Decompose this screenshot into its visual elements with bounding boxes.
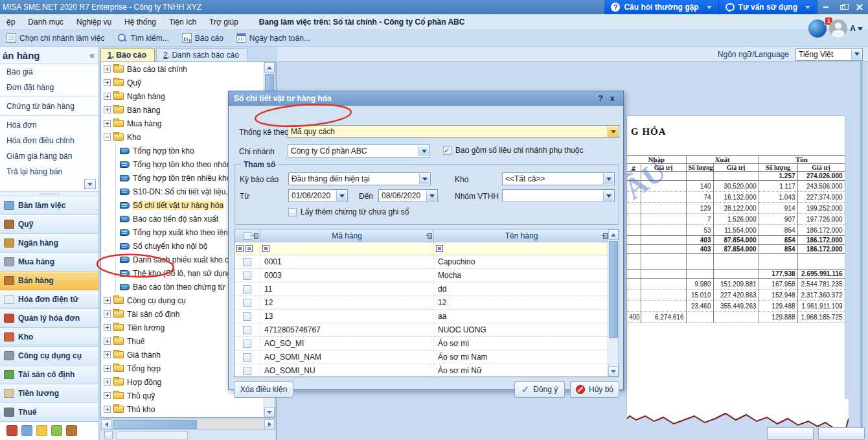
sidebar-splitter[interactable] bbox=[0, 191, 98, 196]
warehouse-select[interactable]: <<Tất cả>> bbox=[502, 172, 615, 185]
scroll-right-button[interactable] bbox=[264, 419, 275, 430]
branch-select[interactable]: Công ty Cổ phần ABC bbox=[288, 145, 430, 157]
menu-item-hệ-thống[interactable]: Hệ thống bbox=[118, 17, 163, 27]
item-table-scrollbar[interactable] bbox=[608, 229, 619, 376]
item-table-row[interactable]: 13aa bbox=[234, 310, 619, 323]
select-all-header[interactable] bbox=[234, 229, 260, 242]
item-table-row[interactable]: 11dd bbox=[234, 283, 619, 296]
cancel-button[interactable]: Hủy bỏ bbox=[570, 381, 619, 398]
ok-button[interactable]: ✓ Đồng ý bbox=[514, 381, 565, 398]
filter-icon[interactable] bbox=[436, 245, 443, 252]
toolbar-branch-sheet[interactable]: Chọn chi nhánh làm việc bbox=[0, 33, 111, 43]
sidebar-item-bán-hàng[interactable]: Bán hàng bbox=[0, 272, 98, 290]
filter-icon[interactable] bbox=[262, 245, 269, 252]
item-row-checkbox[interactable] bbox=[243, 285, 251, 294]
sidebar-item-quỹ[interactable]: Quỹ bbox=[0, 215, 98, 234]
scroll-up-button[interactable] bbox=[608, 229, 619, 240]
menu-item-tep-partial[interactable]: ệp bbox=[0, 17, 21, 27]
item-table-row[interactable]: AO_SO_MIÁo sơ mi bbox=[234, 337, 619, 351]
footer-input[interactable] bbox=[117, 432, 188, 439]
tree-horizontal-scrollbar[interactable] bbox=[100, 419, 275, 430]
tab-danh-sách-báo-cáo[interactable]: 2. Danh sách báo cáo bbox=[156, 48, 247, 62]
avatar[interactable] bbox=[829, 19, 847, 38]
sidebar-item-tài-sản-cố-định[interactable]: Tài sản cố định bbox=[0, 365, 98, 384]
unposted-checkbox[interactable] bbox=[288, 208, 297, 216]
expand-icon[interactable] bbox=[104, 351, 111, 358]
sidebar-item-quản-lý-hóa-đơn[interactable]: Quản lý hóa đơn bbox=[0, 309, 98, 328]
scroll-thumb[interactable] bbox=[609, 241, 618, 338]
clear-conditions-button[interactable]: Xóa điều kiện bbox=[234, 381, 293, 398]
unposted-checkbox-row[interactable]: Lấy thêm chứng từ chưa ghi sổ bbox=[288, 207, 409, 216]
item-row-checkbox[interactable] bbox=[243, 353, 251, 362]
faq-button[interactable]: ? Câu hỏi thường gặp bbox=[604, 0, 718, 14]
language-select[interactable]: Tiếng Việt bbox=[795, 48, 863, 61]
item-row-checkbox[interactable] bbox=[243, 258, 251, 266]
sidebar-link-hóa-đơn-điều-chỉnh[interactable]: Hóa đơn điều chỉnh bbox=[0, 133, 98, 148]
menu-item-nghiệp-vụ[interactable]: Nghiệp vụ bbox=[70, 17, 118, 27]
filter-icon[interactable] bbox=[246, 245, 253, 252]
item-row-checkbox[interactable] bbox=[243, 367, 251, 375]
filter-row[interactable] bbox=[234, 242, 619, 255]
expand-icon[interactable] bbox=[104, 93, 111, 100]
statistic-by-select[interactable]: Mã quy cách bbox=[288, 125, 619, 138]
sidebar-item-công-cụ-dụng-cụ[interactable]: Công cụ dụng cụ bbox=[0, 347, 98, 365]
module-icon[interactable] bbox=[51, 425, 62, 436]
module-icon[interactable] bbox=[66, 425, 77, 436]
to-date-picker[interactable]: 08/06/2020 bbox=[378, 189, 438, 202]
report-period-select[interactable]: Đầu tháng đến hiện tại bbox=[288, 172, 431, 185]
restore-button[interactable] bbox=[834, 0, 851, 14]
include-branch-checkbox-row[interactable]: Bao gồm số liệu chi nhánh phụ thuộc bbox=[443, 146, 583, 155]
toolbar-search[interactable]: Tìm kiếm... bbox=[111, 33, 175, 43]
item-name-header[interactable]: Tên hàng bbox=[434, 229, 609, 242]
expand-icon[interactable] bbox=[104, 65, 111, 73]
item-table-row[interactable]: 4712805746767NUOC UONG bbox=[234, 323, 619, 337]
sidebar-item-bàn-làm-việc[interactable]: Bàn làm việc bbox=[0, 196, 98, 215]
tree-folder-quỹ[interactable]: Quỹ bbox=[101, 76, 275, 89]
expand-icon[interactable] bbox=[104, 79, 111, 86]
pin-icon[interactable] bbox=[426, 233, 432, 238]
sidebar-item-hóa-đơn-điện-tử[interactable]: Hóa đơn điện tử bbox=[0, 290, 98, 309]
footer-checkbox[interactable] bbox=[104, 431, 113, 439]
module-icon[interactable] bbox=[6, 425, 17, 436]
expand-icon[interactable] bbox=[104, 297, 111, 304]
sidebar-item-thuế[interactable]: Thuế bbox=[0, 403, 98, 422]
toolbar-calendar[interactable]: Ngày hạch toán... bbox=[230, 33, 317, 43]
scroll-thumb[interactable] bbox=[113, 420, 197, 429]
pin-icon[interactable] bbox=[602, 233, 608, 238]
tab-báo-cáo[interactable]: 1. Báo cáo bbox=[100, 48, 155, 62]
minimize-button[interactable] bbox=[817, 0, 834, 14]
more-links-dropdown[interactable] bbox=[84, 179, 96, 189]
item-table-row[interactable]: AO_SOMI_NAMÁo sơ mi Nam bbox=[234, 351, 619, 364]
scroll-down-button[interactable] bbox=[608, 366, 619, 376]
sidebar-item-ngân-hàng[interactable]: Ngân hàng bbox=[0, 234, 98, 253]
dialog-titlebar[interactable]: Sổ chi tiết vật tư hàng hóa ? x bbox=[229, 91, 623, 106]
sidebar-link-giảm-giá-hàng-bán[interactable]: Giảm giá hàng bán bbox=[0, 148, 98, 164]
item-group-select[interactable] bbox=[502, 189, 615, 202]
item-table-row[interactable]: AO_SOMI_NUÁo sơ mi Nữ bbox=[234, 364, 619, 378]
tree-folder-ngân-sách[interactable]: Ngân sách bbox=[101, 416, 275, 418]
scroll-down-button[interactable] bbox=[264, 407, 275, 417]
module-icon[interactable] bbox=[36, 425, 47, 436]
module-icon[interactable] bbox=[21, 425, 32, 436]
menu-item-danh-mục[interactable]: Danh mục bbox=[21, 17, 70, 27]
sidebar-item-kho[interactable]: Kho bbox=[0, 328, 98, 347]
item-code-header[interactable]: Mã hàng bbox=[260, 229, 434, 242]
sidebar-item-mua-hàng[interactable]: Mua hàng bbox=[0, 253, 98, 272]
toolbar-report[interactable]: Báo cáo bbox=[176, 33, 230, 43]
expand-icon[interactable] bbox=[104, 324, 111, 331]
dialog-close-button[interactable]: x bbox=[606, 93, 618, 103]
item-table-row[interactable]: 1212 bbox=[234, 296, 619, 310]
sidebar-link-chứng-từ-bán-hàng[interactable]: Chứng từ bán hàng bbox=[0, 98, 98, 114]
dialog-help-button[interactable]: ? bbox=[595, 93, 606, 103]
include-branch-checkbox[interactable] bbox=[443, 146, 451, 155]
expand-icon[interactable] bbox=[104, 120, 111, 127]
menu-item-trợ-giúp[interactable]: Trợ giúp bbox=[203, 17, 245, 27]
collapse-icon[interactable] bbox=[104, 133, 111, 141]
support-button[interactable]: Tư vấn sử dụng bbox=[719, 0, 817, 14]
collapse-sidebar-button[interactable]: « bbox=[89, 50, 95, 60]
expand-icon[interactable] bbox=[104, 378, 111, 386]
tree-folder-báo-cáo-tài-chính[interactable]: Báo cáo tài chính bbox=[101, 62, 275, 76]
sidebar-link-báo-giá[interactable]: Báo giá bbox=[0, 64, 98, 80]
sidebar-link-hóa-đơn[interactable]: Hóa đơn bbox=[0, 117, 98, 133]
scroll-left-button[interactable] bbox=[101, 419, 111, 430]
